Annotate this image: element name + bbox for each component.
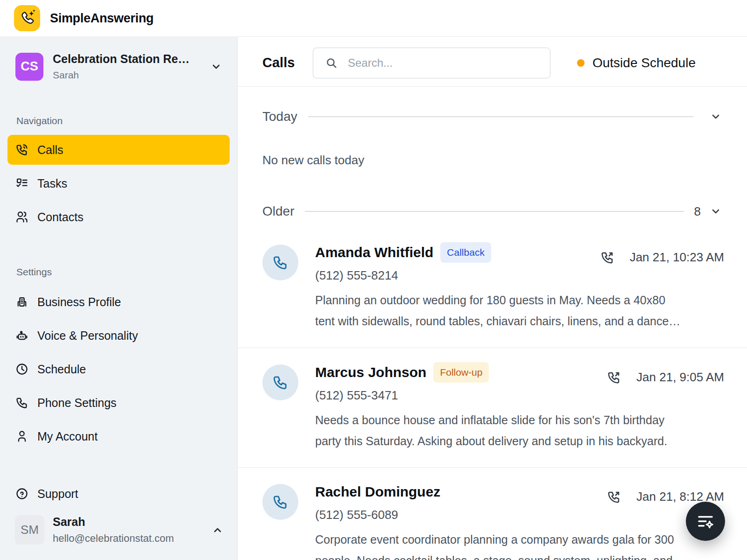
phone-outgoing-icon [607,371,621,385]
chevron-up-icon [212,525,223,536]
call-summary: Planning an outdoor wedding for 180 gues… [315,290,724,332]
topbar: SimpleAnswering [0,0,747,37]
phone-icon [272,374,289,391]
status-label: Outside Schedule [592,56,696,70]
section-today: Today [262,106,721,127]
section-older: Older 8 [262,201,721,222]
sidebar-item-calls[interactable]: Calls [7,135,230,165]
call-row[interactable]: Rachel Dominguez Jan 21, 8:12 AM (512) 5… [238,467,747,560]
user-email: hello@celebrationstat.com [53,532,208,545]
schedule-status: Outside Schedule [577,56,696,70]
phone-call-icon [15,143,28,156]
call-summary-line: Corporate event coordinator planning a c… [315,529,724,550]
call-avatar [262,245,298,280]
phone-outgoing-icon [607,490,621,504]
user-name: Sarah [53,515,208,529]
empty-state-text: No new calls today [262,153,721,168]
sidebar-item-label: Calls [37,143,63,157]
sidebar-item-label: Schedule [37,363,86,376]
ai-filter-fab[interactable] [686,502,725,541]
caller-phone: (512) 555-3471 [315,388,724,403]
call-list: Amanda Whitfield Callback Jan 21, 10:23 … [238,228,747,560]
call-summary: Corporate event coordinator planning a c… [315,529,724,560]
sidebar-item-my-account[interactable]: My Account [7,421,230,451]
call-time: Jan 21, 10:23 AM [630,250,724,265]
chevron-down-icon[interactable] [710,206,721,217]
call-row[interactable]: Amanda Whitfield Callback Jan 21, 10:23 … [238,228,747,348]
users-icon [15,210,28,224]
phone-icon [15,396,28,409]
caller-name: Amanda Whitfield [315,245,433,260]
sidebar-item-contacts[interactable]: Contacts [7,202,230,232]
phone-outgoing-icon [600,251,614,265]
app-logo [14,5,40,31]
clock-icon [15,363,28,376]
app-name: SimpleAnswering [50,11,154,26]
caller-name: Marcus Johnson [315,364,426,380]
phone-icon [272,254,289,271]
page-title: Calls [262,55,313,70]
sidebar-item-label: Contacts [37,210,84,224]
sidebar-item-schedule[interactable]: Schedule [7,354,230,384]
section-divider [305,211,684,212]
section-title: Older [262,204,294,219]
call-badge: Callback [440,242,491,263]
user-avatar: SM [15,515,44,545]
search-box[interactable] [313,48,550,78]
caller-phone: (512) 555-6089 [315,508,724,522]
call-summary-line: party this Saturday. Asking about delive… [315,431,724,452]
search-input[interactable] [348,56,540,70]
search-icon [325,57,338,69]
sidebar-item-label: Voice & Personality [37,329,138,343]
call-summary: Needs a bounce house and inflatable slid… [315,410,724,452]
call-summary-line: Planning an outdoor wedding for 180 gues… [315,290,724,311]
phone-sparkle-icon [18,9,36,28]
call-summary-line: tent with sidewalls, round tables, chiav… [315,311,724,332]
list-sparkle-icon [696,511,715,531]
section-title: Today [262,109,297,124]
sidebar-item-label: My Account [37,430,98,443]
call-row[interactable]: Marcus Johnson Follow-up Jan 21, 9:05 AM… [238,348,747,467]
call-time: Jan 21, 9:05 AM [636,370,724,385]
call-summary-line: people. Needs cocktail tables, a stage, … [315,550,724,560]
sidebar-item-label: Tasks [37,177,67,190]
help-circle-icon [15,487,28,500]
user-icon [15,430,28,443]
sidebar-item-business-profile[interactable]: Business Profile [7,287,230,317]
calls-content: Today No new calls today Older 8 Ama [238,87,747,560]
chevron-down-icon[interactable] [710,111,721,122]
account-avatar: CS [15,53,43,81]
building-icon [15,295,28,308]
caller-name: Rachel Dominguez [315,484,440,500]
chevron-down-icon [211,61,222,72]
sidebar-item-label: Phone Settings [37,396,117,410]
status-dot-icon [577,59,585,67]
settings-section-label: Settings [16,266,230,278]
sidebar-item-label: Business Profile [37,295,121,309]
sidebar: CS Celebration Station Re… Sarah Navigat… [0,37,238,560]
call-avatar [262,364,298,400]
account-subtitle: Sarah [53,70,205,81]
account-name: Celebration Station Re… [53,52,205,66]
phone-icon [272,494,289,510]
checklist-icon [15,177,28,190]
robot-icon [15,329,28,342]
section-count: 8 [694,204,701,219]
account-switcher[interactable]: CS Celebration Station Re… Sarah [7,52,230,81]
call-avatar [262,484,298,520]
nav-section-label: Navigation [16,115,230,126]
sidebar-item-support[interactable]: Support [7,479,230,509]
call-summary-line: Needs a bounce house and inflatable slid… [315,410,724,431]
call-time: Jan 21, 8:12 AM [636,490,724,504]
section-divider [308,116,693,117]
sidebar-item-phone-settings[interactable]: Phone Settings [7,388,230,418]
caller-phone: (512) 555-8214 [315,268,724,283]
sidebar-item-label: Support [37,487,78,501]
main-header: Calls Outside Schedule [238,37,747,87]
sidebar-item-voice-personality[interactable]: Voice & Personality [7,321,230,350]
user-menu[interactable]: SM Sarah hello@celebrationstat.com [7,515,230,545]
sidebar-item-tasks[interactable]: Tasks [7,168,230,198]
call-badge: Follow-up [433,362,489,383]
main-panel: Calls Outside Schedule Today No new call… [238,37,747,560]
